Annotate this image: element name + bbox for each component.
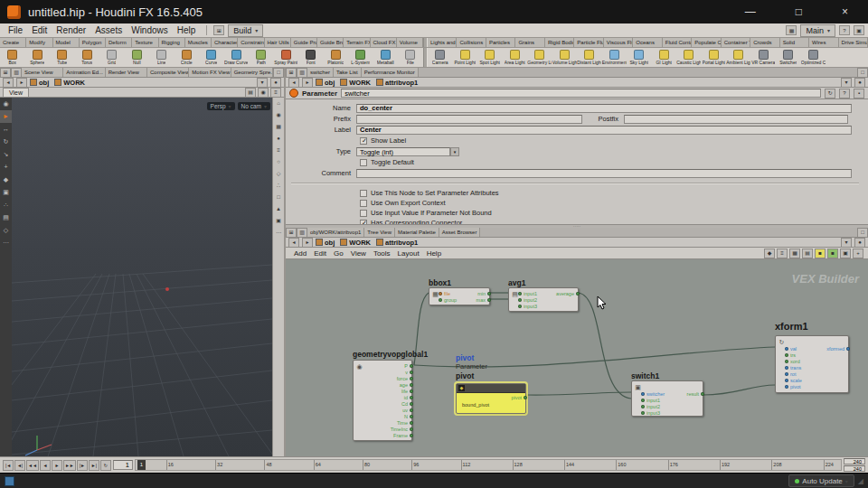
shelf-tab[interactable]: Crowds xyxy=(750,38,779,47)
shelf-tool[interactable]: Curve xyxy=(199,48,224,67)
shelf-tool[interactable]: Circle xyxy=(175,48,200,67)
thumbnail-view-icon[interactable]: ▦ xyxy=(789,249,800,258)
view-grid-icon[interactable]: ▦ xyxy=(273,121,284,133)
shelf-tab[interactable]: Guide Brushes xyxy=(317,38,344,47)
desktop-main-select[interactable]: Main▾ xyxy=(800,24,835,37)
shading-mode-icon[interactable]: ● xyxy=(273,133,284,145)
select-icon[interactable]: ► xyxy=(0,110,12,123)
pane-split-icon[interactable]: ▥ xyxy=(297,68,307,78)
network-canvas[interactable]: VEX Builder bbox1 ▦ filegroup minmax avg… xyxy=(286,259,868,456)
network-menu-item[interactable]: Edit xyxy=(310,249,330,258)
shelf-tab[interactable]: Polygon xyxy=(80,38,106,47)
output-port[interactable]: min xyxy=(476,290,491,296)
postfix-field[interactable] xyxy=(624,115,848,124)
output-port[interactable]: average xyxy=(556,290,580,296)
output-port[interactable]: Time xyxy=(391,419,413,426)
shelf-tool[interactable]: GI Light xyxy=(652,48,677,67)
option-checkbox[interactable]: ✓ xyxy=(360,210,367,217)
chevron-down-icon[interactable]: ▾ xyxy=(257,78,268,88)
input-port[interactable]: group xyxy=(439,296,457,303)
shape-palette-icon[interactable]: ■ xyxy=(827,249,838,258)
loop-mode-button[interactable]: ↻ xyxy=(100,460,111,471)
pane-tab[interactable]: Geometry Spre... xyxy=(231,68,273,77)
lock-icon[interactable]: ▪ xyxy=(854,89,864,99)
breadcrumb[interactable]: WORK xyxy=(54,79,85,87)
handles-icon[interactable]: + xyxy=(0,161,12,174)
input-port[interactable]: trans xyxy=(785,364,802,371)
jump-end-button[interactable]: ►| xyxy=(89,460,99,471)
pane-tab[interactable]: Tree View xyxy=(364,228,395,237)
help-icon[interactable]: ? xyxy=(839,89,850,99)
scene-viewport[interactable]: ◉►↔↻↘+◆▣∴▤◇⋯ xyxy=(0,98,284,456)
breadcrumb[interactable]: attribvop1 xyxy=(376,239,418,247)
pane-tab[interactable]: Animation Ed... xyxy=(63,68,105,77)
input-port[interactable]: rot xyxy=(785,371,802,377)
playback-end-field[interactable] xyxy=(844,465,865,472)
input-port[interactable]: trs xyxy=(785,352,802,358)
menu-item[interactable]: Assets xyxy=(90,25,127,35)
rotate-icon[interactable]: ↻ xyxy=(0,136,12,148)
output-port[interactable]: xformed xyxy=(826,345,850,352)
pane-tab[interactable]: obj/WORK/attribvop1 xyxy=(307,228,364,237)
shelf-tool[interactable]: Null xyxy=(125,48,150,67)
network-overview-icon[interactable]: + xyxy=(853,249,863,258)
normals-icon[interactable]: ◇ xyxy=(273,168,284,180)
output-port[interactable]: uv xyxy=(391,407,413,413)
back-icon[interactable]: ◂ xyxy=(288,78,299,88)
shelf-tab[interactable]: Guide Process xyxy=(291,38,317,47)
network-menu-item[interactable]: Go xyxy=(330,249,347,258)
view-tool-icon[interactable]: ◉ xyxy=(0,98,12,110)
input-port[interactable]: input3 xyxy=(518,303,537,309)
shelf-tool[interactable]: Camera xyxy=(428,48,453,67)
shelf-tab[interactable]: Rigid Bodies xyxy=(545,38,574,47)
chevron-down-icon[interactable]: ▾ xyxy=(841,78,852,88)
shelf-tool[interactable]: Ambient Light xyxy=(726,48,751,67)
shelf-tool[interactable]: Font xyxy=(298,48,324,67)
shelf-tool[interactable]: Torus xyxy=(75,48,100,67)
shelf-tab[interactable]: Modify xyxy=(26,38,52,47)
breadcrumb[interactable]: obj xyxy=(316,239,335,247)
shelf-tab[interactable]: Container To... xyxy=(722,38,750,47)
pane-tab[interactable]: Motion FX View xyxy=(189,68,231,77)
viewport-layout-icon[interactable]: ▤ xyxy=(245,88,256,98)
sync-icon[interactable]: ↻ xyxy=(825,89,835,99)
option-checkbox[interactable]: ✓ xyxy=(360,190,367,197)
forward-icon[interactable]: ▸ xyxy=(16,78,27,88)
current-frame-field[interactable] xyxy=(113,460,133,470)
network-menu-item[interactable]: Help xyxy=(423,249,445,258)
pane-tab[interactable]: Asset Browser xyxy=(439,228,481,237)
shelf-tool[interactable]: Portal Light xyxy=(702,48,727,67)
menu-item[interactable]: Render xyxy=(52,25,90,35)
viewport-options-icon[interactable]: ≡ xyxy=(270,88,281,98)
shelf-tab[interactable]: Solid xyxy=(780,38,809,47)
desktop-build-select[interactable]: Build▾ xyxy=(228,24,263,37)
shelf-tab[interactable]: Particles xyxy=(486,38,515,47)
camera-badge[interactable]: No cam▾ xyxy=(238,102,270,110)
shelf-tool[interactable]: Path xyxy=(249,48,274,67)
show-label-checkbox[interactable]: ✓ xyxy=(360,137,367,145)
output-port[interactable]: life xyxy=(391,388,413,394)
grid-toggle-icon[interactable]: ▣ xyxy=(840,249,851,258)
pane-menu-icon[interactable]: ⊞ xyxy=(286,68,297,78)
playhead-marker[interactable]: 1 xyxy=(137,460,146,470)
shelf-tool[interactable]: Box xyxy=(0,48,25,67)
pane-tab[interactable]: Scene View xyxy=(22,68,63,77)
home-view-icon[interactable]: ⌂ xyxy=(273,98,284,109)
shelf-tool[interactable]: Distant Light xyxy=(577,48,602,67)
shelf-tool[interactable]: Area Light xyxy=(503,48,528,67)
paint-icon[interactable]: ▤ xyxy=(0,211,12,224)
resize-grip-icon[interactable]: ◢ xyxy=(858,477,863,485)
shelf-tab[interactable]: Populate Co... xyxy=(692,38,721,47)
node-avg1[interactable]: ▤ input1input2input3 average xyxy=(508,287,579,312)
help-icon[interactable]: ? xyxy=(839,25,850,35)
shelf-tab[interactable]: Characters xyxy=(212,38,238,47)
snap-icon[interactable]: ◆ xyxy=(0,174,12,186)
label-field[interactable] xyxy=(356,126,852,135)
pane-menu-icon[interactable]: ⊞ xyxy=(286,228,297,238)
shelf-tool[interactable]: Draw Curve xyxy=(224,48,250,67)
pane-maximize-icon[interactable]: □ xyxy=(857,228,868,238)
back-icon[interactable]: ◂ xyxy=(3,78,14,88)
pane-tab[interactable]: Composite View xyxy=(147,68,189,77)
shelf-tool[interactable]: Optimized Camera xyxy=(801,48,826,67)
option-checkbox[interactable]: ✓ xyxy=(360,200,367,207)
